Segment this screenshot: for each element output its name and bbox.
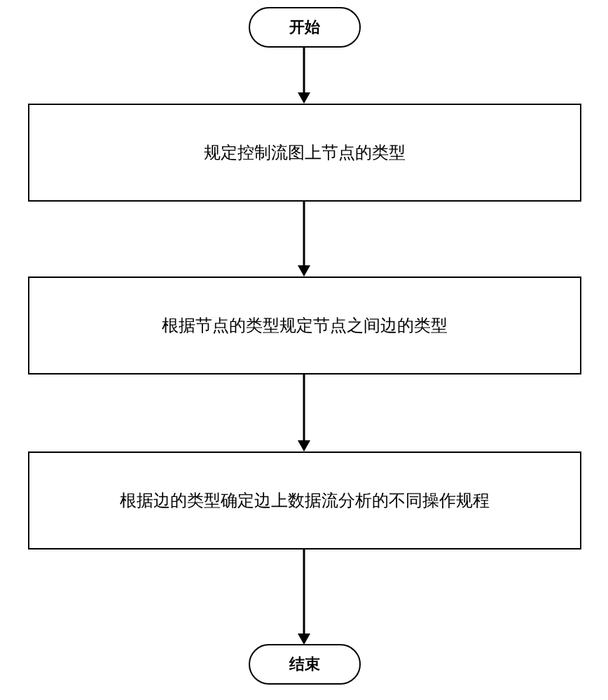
arrow-3-head-icon xyxy=(298,440,310,451)
arrow-2-line xyxy=(303,202,305,266)
start-terminal: 开始 xyxy=(249,7,361,48)
flowchart-container: 开始 规定控制流图上节点的类型 根据节点的类型规定节点之间边的类型 根据边的类型… xyxy=(0,0,608,700)
process-1-label: 规定控制流图上节点的类型 xyxy=(204,141,406,164)
arrow-4-head-icon xyxy=(298,634,310,645)
process-step-1: 规定控制流图上节点的类型 xyxy=(28,104,581,202)
end-label: 结束 xyxy=(289,654,320,675)
process-step-3: 根据边的类型确定边上数据流分析的不同操作规程 xyxy=(28,451,581,550)
process-3-label: 根据边的类型确定边上数据流分析的不同操作规程 xyxy=(120,489,490,512)
arrow-2-head-icon xyxy=(298,265,310,276)
start-label: 开始 xyxy=(289,17,320,38)
arrow-4-line xyxy=(303,550,305,634)
process-2-label: 根据节点的类型规定节点之间边的类型 xyxy=(162,314,448,337)
arrow-1-line xyxy=(303,48,305,92)
arrow-3-line xyxy=(303,374,305,440)
end-terminal: 结束 xyxy=(249,644,361,685)
process-step-2: 根据节点的类型规定节点之间边的类型 xyxy=(28,276,581,374)
arrow-1-head-icon xyxy=(298,92,310,104)
